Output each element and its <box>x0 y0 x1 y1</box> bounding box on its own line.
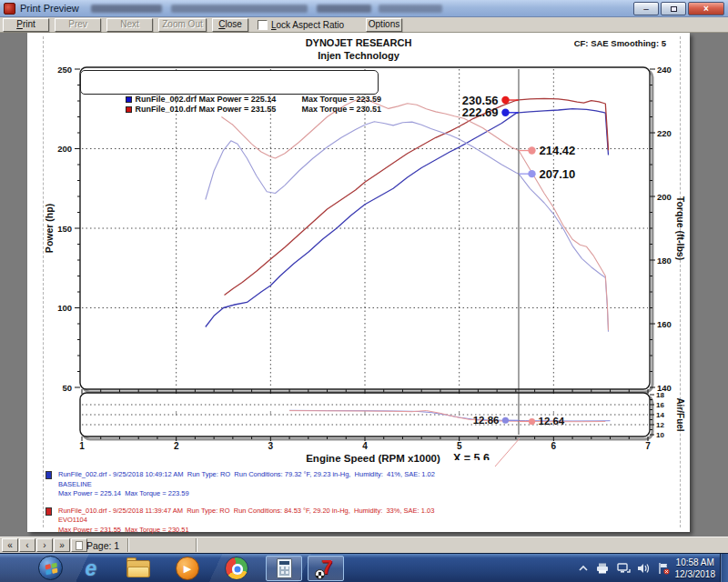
windows-logo-icon <box>46 563 58 576</box>
system-tray <box>578 554 670 582</box>
volume-icon[interactable] <box>637 562 651 575</box>
legend-swatch-red <box>126 106 132 113</box>
print-button[interactable]: Print <box>3 18 49 32</box>
close-window-button[interactable]: × <box>688 2 724 15</box>
svg-text:180: 180 <box>657 256 672 266</box>
svg-text:50: 50 <box>62 383 72 393</box>
ie-logo: e <box>86 557 97 581</box>
afr-callout-value: 12.64 <box>538 416 564 426</box>
network-icon[interactable] <box>616 562 631 575</box>
internet-explorer-icon[interactable]: e <box>78 556 104 581</box>
minimize-button[interactable]: – <box>633 2 659 15</box>
run-details-footer: RunFile_002.drf - 9/25/2018 10:49:12 AM … <box>46 470 435 542</box>
report-page[interactable]: DYNOJET RESEARCH Injen Technology CF: SA… <box>27 33 690 532</box>
app-icon <box>4 3 15 15</box>
page-icon <box>76 541 83 550</box>
svg-text:100: 100 <box>57 303 72 313</box>
show-desktop-button[interactable] <box>720 554 728 582</box>
print-preview-window: Print Preview – × Print Prev Next Zoom O… <box>0 0 728 582</box>
lock-aspect-ratio-label: Lock Aspect Ratio <box>271 20 344 30</box>
svg-text:12: 12 <box>656 421 664 429</box>
next-page-button[interactable]: Next <box>106 18 153 32</box>
window-titlebar: Print Preview – × <box>0 0 728 17</box>
run-name-line: BASELINE <box>58 480 435 490</box>
close-preview-button[interactable]: Close <box>212 18 248 32</box>
soccer-ball-icon <box>315 569 325 579</box>
clock-time: 10:58 AM <box>675 557 716 568</box>
run-details-blue: RunFile_002.drf - 9/25/2018 10:49:12 AM … <box>46 470 435 499</box>
svg-text:200: 200 <box>657 192 672 202</box>
x-axis-title: Engine Speed (RPM x1000) <box>306 453 440 464</box>
svg-text:5: 5 <box>457 441 462 451</box>
printer-icon[interactable] <box>595 562 610 575</box>
callout-value: 214.42 <box>539 144 575 157</box>
run-swatch-blue <box>46 471 52 479</box>
afr-callout-value: 12.86 <box>473 415 500 426</box>
run-name-line: EVO1104 <box>58 516 435 526</box>
winpep-taskbar-button[interactable]: 7 <box>308 556 344 581</box>
run-max-line: Max Power = 225.14 Max Torque = 223.59 <box>58 489 435 499</box>
chart-legend: RunFile_002.drf Max Power = 225.14Max To… <box>80 70 379 95</box>
afr-axis-title: Air/Fuel <box>675 397 685 431</box>
lock-aspect-ratio-checkbox[interactable] <box>258 20 268 30</box>
chrome-icon[interactable] <box>224 556 249 581</box>
run-swatch-red <box>46 507 52 516</box>
run-info-line: RunFile_010.drf - 9/25/2018 11:39:47 AM … <box>58 507 435 517</box>
restore-button[interactable] <box>661 2 686 15</box>
svg-text:3: 3 <box>268 441 274 451</box>
media-player-icon[interactable]: ▶ <box>175 556 200 581</box>
callout-value: 207.10 <box>539 167 575 181</box>
svg-text:1: 1 <box>79 441 85 451</box>
legend-text: RunFile_010.drf Max Power = 231.55 <box>135 105 301 114</box>
callout-value: 230.56 <box>462 94 499 107</box>
preview-toolbar: Print Prev Next Zoom Out Close Lock Aspe… <box>0 17 728 33</box>
options-button[interactable]: Options <box>366 18 402 32</box>
svg-text:10: 10 <box>656 431 664 439</box>
callout-dot <box>501 96 509 104</box>
taskbar-clock[interactable]: 10:58 AM 12/3/2018 <box>675 557 716 580</box>
svg-text:150: 150 <box>57 224 72 234</box>
svg-text:220: 220 <box>657 128 672 138</box>
svg-text:4: 4 <box>362 441 368 451</box>
start-button[interactable] <box>38 556 63 580</box>
tray-expand-icon[interactable] <box>578 563 589 574</box>
redacted-title-text <box>91 5 162 13</box>
svg-text:250: 250 <box>57 65 72 75</box>
svg-text:7: 7 <box>645 441 651 451</box>
svg-text:18: 18 <box>656 391 664 399</box>
callout-value: 222.69 <box>462 105 499 119</box>
cursor-x-value: X = 5.6 <box>453 452 490 460</box>
file-explorer-icon[interactable] <box>126 556 151 581</box>
legend-text: Max Torque = 230.51 <box>301 105 381 114</box>
window-title: Print Preview <box>20 3 79 14</box>
preview-area: DYNOJET RESEARCH Injen Technology CF: SA… <box>0 33 728 537</box>
torque-axis-title: Torque (ft-lbs) <box>675 196 686 260</box>
zoom-out-button[interactable]: Zoom Out <box>158 18 207 32</box>
svg-text:240: 240 <box>657 65 672 75</box>
redacted-title-text <box>379 5 442 13</box>
svg-text:16: 16 <box>656 401 664 409</box>
calculator-icon <box>277 558 292 578</box>
redacted-title-text <box>317 5 371 13</box>
calculator-taskbar-button[interactable] <box>266 556 302 581</box>
action-center-flag-icon[interactable] <box>657 562 670 575</box>
folder-icon <box>126 560 150 577</box>
cursor-label-leader <box>495 438 520 467</box>
afr-callout-dot <box>529 418 535 425</box>
callout-dot <box>528 170 535 177</box>
svg-text:160: 160 <box>657 319 672 329</box>
prev-page-nav-button[interactable]: ‹ <box>19 538 35 552</box>
svg-text:14: 14 <box>656 411 664 419</box>
play-icon: ▶ <box>176 557 199 580</box>
afr-callout-dot <box>502 417 509 424</box>
run-max-line: Max Power = 231.55 Max Torque = 230.51 <box>58 526 435 536</box>
callout-dot <box>501 109 509 116</box>
first-page-button[interactable]: « <box>2 538 18 552</box>
chrome-logo <box>225 557 248 580</box>
redacted-title-text <box>171 5 308 13</box>
run-info-line: RunFile_002.drf - 9/25/2018 10:49:12 AM … <box>58 470 435 480</box>
windows-taskbar: e ▶ 7 10:58 AM 12/3/2018 <box>0 553 728 582</box>
svg-text:6: 6 <box>551 441 557 451</box>
prev-page-button[interactable]: Prev <box>55 18 101 32</box>
callout-dot <box>528 146 535 154</box>
